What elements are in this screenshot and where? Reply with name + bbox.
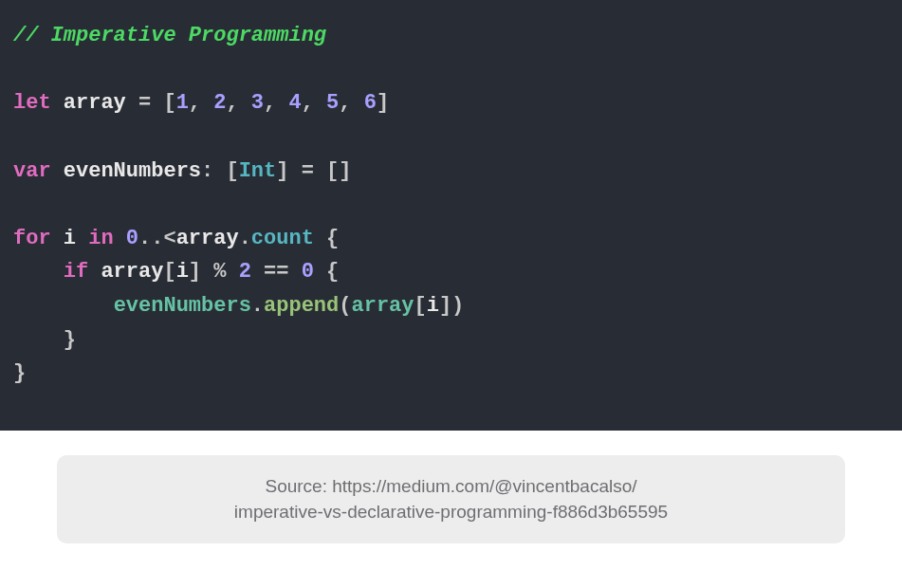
kw-in: in <box>88 227 113 250</box>
method-append: append <box>264 294 339 318</box>
source-caption: Source: https://medium.com/@vincentbacal… <box>57 455 845 543</box>
ident-even: evenNumbers <box>64 159 201 183</box>
caption-line-1: Source: https://medium.com/@vincentbacal… <box>83 474 819 500</box>
kw-if: if <box>64 260 88 284</box>
rbracket: ] <box>439 294 451 318</box>
ident-i: i <box>176 260 189 284</box>
rbracket: ] <box>189 260 201 284</box>
code-block: // Imperative Programming let array = [1… <box>0 0 902 431</box>
lbracket: [ <box>163 260 175 284</box>
caption-line-2: imperative-vs-declarative-programming-f8… <box>83 500 819 525</box>
op-mod: % <box>213 260 226 284</box>
comma: , <box>339 91 351 115</box>
lbracket: [ <box>163 91 175 115</box>
ident-i: i <box>427 294 439 318</box>
colon: : <box>201 159 213 183</box>
lbracket: [ <box>414 294 427 318</box>
ident-array: array <box>351 294 414 318</box>
ident-i: i <box>64 227 76 250</box>
ident-array: array <box>101 260 163 284</box>
num: 3 <box>251 91 264 115</box>
comma: , <box>264 91 276 115</box>
member-count: count <box>251 227 314 250</box>
rparen: ) <box>451 294 464 318</box>
rbracket: ] <box>377 91 389 115</box>
num: 5 <box>326 91 339 115</box>
lparen: ( <box>339 294 351 318</box>
num: 1 <box>176 91 189 115</box>
type-int: Int <box>239 159 277 183</box>
num: 4 <box>288 91 301 115</box>
lbracket: [ <box>226 159 238 183</box>
num: 6 <box>364 91 377 115</box>
dot: . <box>239 227 251 250</box>
kw-var: var <box>13 159 51 183</box>
num-zero: 0 <box>302 260 314 284</box>
rbrace: } <box>13 361 26 385</box>
num-zero: 0 <box>126 227 138 250</box>
comma: , <box>302 91 314 115</box>
rbracket: ] <box>276 159 288 183</box>
ident-array: array <box>64 91 126 115</box>
op-eq: = <box>138 91 151 115</box>
ident-even: evenNumbers <box>114 294 251 318</box>
rbrace: } <box>64 328 76 352</box>
kw-for: for <box>13 227 51 250</box>
op-eqeq: == <box>264 260 288 284</box>
ident-array: array <box>176 227 239 250</box>
range-op: ..< <box>138 227 176 250</box>
op-eq: = <box>302 159 314 183</box>
comma: , <box>226 91 238 115</box>
dot: . <box>251 294 264 318</box>
kw-let: let <box>13 91 51 115</box>
rbracket: ] <box>339 159 351 183</box>
lbracket: [ <box>326 159 339 183</box>
code-comment: // Imperative Programming <box>13 24 326 47</box>
lbrace: { <box>326 227 339 250</box>
num-two: 2 <box>239 260 251 284</box>
comma: , <box>189 91 201 115</box>
num: 2 <box>213 91 226 115</box>
lbrace: { <box>326 260 339 284</box>
